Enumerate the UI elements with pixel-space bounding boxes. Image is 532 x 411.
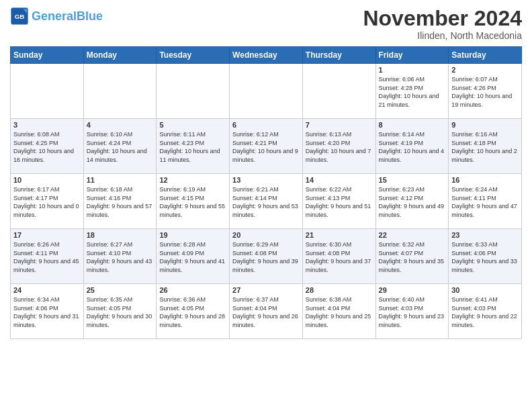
table-row: 22Sunrise: 6:32 AMSunset: 4:07 PMDayligh… xyxy=(375,229,449,284)
day-info: Sunrise: 6:40 AMSunset: 4:03 PMDaylight:… xyxy=(379,295,446,329)
location: Ilinden, North Macedonia xyxy=(363,30,522,41)
day-info: Sunrise: 6:16 AMSunset: 4:18 PMDaylight:… xyxy=(451,130,519,164)
table-row xyxy=(157,64,230,119)
day-number: 25 xyxy=(87,286,154,294)
table-row: 28Sunrise: 6:38 AMSunset: 4:04 PMDayligh… xyxy=(302,284,375,339)
table-row xyxy=(230,64,303,119)
day-info: Sunrise: 6:26 AMSunset: 4:11 PMDaylight:… xyxy=(13,240,81,274)
day-number: 20 xyxy=(232,231,300,239)
day-info: Sunrise: 6:29 AMSunset: 4:08 PMDaylight:… xyxy=(232,240,300,274)
table-row: 21Sunrise: 6:30 AMSunset: 4:08 PMDayligh… xyxy=(302,229,375,284)
day-info: Sunrise: 6:28 AMSunset: 4:09 PMDaylight:… xyxy=(159,240,226,274)
day-number: 9 xyxy=(451,121,519,129)
calendar-week-5: 24Sunrise: 6:34 AMSunset: 4:06 PMDayligh… xyxy=(11,284,522,339)
calendar-header-row: Sunday Monday Tuesday Wednesday Thursday… xyxy=(11,47,522,64)
day-info: Sunrise: 6:11 AMSunset: 4:23 PMDaylight:… xyxy=(159,130,226,164)
table-row: 7Sunrise: 6:13 AMSunset: 4:20 PMDaylight… xyxy=(302,119,375,174)
day-number: 22 xyxy=(379,231,446,239)
table-row: 11Sunrise: 6:18 AMSunset: 4:16 PMDayligh… xyxy=(83,174,157,229)
day-number: 6 xyxy=(232,121,300,129)
table-row: 5Sunrise: 6:11 AMSunset: 4:23 PMDaylight… xyxy=(157,119,230,174)
table-row: 17Sunrise: 6:26 AMSunset: 4:11 PMDayligh… xyxy=(11,229,84,284)
table-row: 27Sunrise: 6:37 AMSunset: 4:04 PMDayligh… xyxy=(230,284,303,339)
col-monday: Monday xyxy=(83,47,157,64)
table-row: 8Sunrise: 6:14 AMSunset: 4:19 PMDaylight… xyxy=(375,119,449,174)
day-info: Sunrise: 6:08 AMSunset: 4:25 PMDaylight:… xyxy=(13,130,81,164)
day-number: 3 xyxy=(13,121,81,129)
day-number: 27 xyxy=(232,286,300,294)
logo-general: General xyxy=(32,9,77,23)
day-number: 16 xyxy=(451,176,519,184)
day-number: 11 xyxy=(87,176,154,184)
col-saturday: Saturday xyxy=(449,47,522,64)
day-info: Sunrise: 6:38 AMSunset: 4:04 PMDaylight:… xyxy=(306,295,373,329)
table-row: 16Sunrise: 6:24 AMSunset: 4:11 PMDayligh… xyxy=(449,174,522,229)
table-row: 3Sunrise: 6:08 AMSunset: 4:25 PMDaylight… xyxy=(11,119,84,174)
day-number: 19 xyxy=(159,231,226,239)
table-row xyxy=(302,64,375,119)
title-block: November 2024 Ilinden, North Macedonia xyxy=(363,7,522,41)
table-row: 24Sunrise: 6:34 AMSunset: 4:06 PMDayligh… xyxy=(11,284,84,339)
col-friday: Friday xyxy=(375,47,449,64)
day-number: 15 xyxy=(379,176,446,184)
day-info: Sunrise: 6:22 AMSunset: 4:13 PMDaylight:… xyxy=(306,185,373,219)
day-info: Sunrise: 6:10 AMSunset: 4:24 PMDaylight:… xyxy=(87,130,154,164)
day-info: Sunrise: 6:17 AMSunset: 4:17 PMDaylight:… xyxy=(13,185,81,219)
day-info: Sunrise: 6:13 AMSunset: 4:20 PMDaylight:… xyxy=(306,130,373,164)
day-info: Sunrise: 6:30 AMSunset: 4:08 PMDaylight:… xyxy=(306,240,373,274)
day-number: 30 xyxy=(451,286,519,294)
day-info: Sunrise: 6:12 AMSunset: 4:21 PMDaylight:… xyxy=(232,130,300,164)
day-info: Sunrise: 6:32 AMSunset: 4:07 PMDaylight:… xyxy=(379,240,446,274)
day-number: 28 xyxy=(306,286,373,294)
table-row: 13Sunrise: 6:21 AMSunset: 4:14 PMDayligh… xyxy=(230,174,303,229)
day-info: Sunrise: 6:07 AMSunset: 4:26 PMDaylight:… xyxy=(451,75,519,109)
day-info: Sunrise: 6:21 AMSunset: 4:14 PMDaylight:… xyxy=(232,185,300,219)
day-number: 1 xyxy=(379,66,446,74)
table-row: 6Sunrise: 6:12 AMSunset: 4:21 PMDaylight… xyxy=(230,119,303,174)
calendar-week-4: 17Sunrise: 6:26 AMSunset: 4:11 PMDayligh… xyxy=(11,229,522,284)
day-info: Sunrise: 6:41 AMSunset: 4:03 PMDaylight:… xyxy=(451,295,519,329)
day-number: 14 xyxy=(306,176,373,184)
logo: GB GeneralBlue xyxy=(10,7,103,26)
day-info: Sunrise: 6:36 AMSunset: 4:05 PMDaylight:… xyxy=(159,295,226,329)
col-thursday: Thursday xyxy=(302,47,375,64)
table-row: 10Sunrise: 6:17 AMSunset: 4:17 PMDayligh… xyxy=(11,174,84,229)
table-row xyxy=(83,64,157,119)
col-tuesday: Tuesday xyxy=(157,47,230,64)
day-number: 24 xyxy=(13,286,81,294)
table-row xyxy=(11,64,84,119)
table-row: 4Sunrise: 6:10 AMSunset: 4:24 PMDaylight… xyxy=(83,119,157,174)
calendar-week-2: 3Sunrise: 6:08 AMSunset: 4:25 PMDaylight… xyxy=(11,119,522,174)
table-row: 15Sunrise: 6:23 AMSunset: 4:12 PMDayligh… xyxy=(375,174,449,229)
day-number: 26 xyxy=(159,286,226,294)
col-sunday: Sunday xyxy=(11,47,84,64)
day-number: 29 xyxy=(379,286,446,294)
table-row: 14Sunrise: 6:22 AMSunset: 4:13 PMDayligh… xyxy=(302,174,375,229)
logo-text: GeneralBlue xyxy=(32,10,103,22)
day-info: Sunrise: 6:27 AMSunset: 4:10 PMDaylight:… xyxy=(87,240,154,274)
day-number: 17 xyxy=(13,231,81,239)
day-number: 13 xyxy=(232,176,300,184)
day-info: Sunrise: 6:23 AMSunset: 4:12 PMDaylight:… xyxy=(379,185,446,219)
table-row: 23Sunrise: 6:33 AMSunset: 4:06 PMDayligh… xyxy=(449,229,522,284)
day-number: 18 xyxy=(87,231,154,239)
table-row: 25Sunrise: 6:35 AMSunset: 4:05 PMDayligh… xyxy=(83,284,157,339)
day-info: Sunrise: 6:14 AMSunset: 4:19 PMDaylight:… xyxy=(379,130,446,164)
table-row: 9Sunrise: 6:16 AMSunset: 4:18 PMDaylight… xyxy=(449,119,522,174)
table-row: 19Sunrise: 6:28 AMSunset: 4:09 PMDayligh… xyxy=(157,229,230,284)
table-row: 30Sunrise: 6:41 AMSunset: 4:03 PMDayligh… xyxy=(449,284,522,339)
table-row: 18Sunrise: 6:27 AMSunset: 4:10 PMDayligh… xyxy=(83,229,157,284)
table-row: 2Sunrise: 6:07 AMSunset: 4:26 PMDaylight… xyxy=(449,64,522,119)
logo-icon: GB xyxy=(10,7,29,26)
svg-text:GB: GB xyxy=(15,13,25,20)
table-row: 1Sunrise: 6:06 AMSunset: 4:28 PMDaylight… xyxy=(375,64,449,119)
col-wednesday: Wednesday xyxy=(230,47,303,64)
table-row: 20Sunrise: 6:29 AMSunset: 4:08 PMDayligh… xyxy=(230,229,303,284)
day-number: 2 xyxy=(451,66,519,74)
day-number: 12 xyxy=(159,176,226,184)
day-number: 23 xyxy=(451,231,519,239)
day-number: 7 xyxy=(306,121,373,129)
calendar: Sunday Monday Tuesday Wednesday Thursday… xyxy=(10,46,522,339)
table-row: 26Sunrise: 6:36 AMSunset: 4:05 PMDayligh… xyxy=(157,284,230,339)
table-row: 29Sunrise: 6:40 AMSunset: 4:03 PMDayligh… xyxy=(375,284,449,339)
